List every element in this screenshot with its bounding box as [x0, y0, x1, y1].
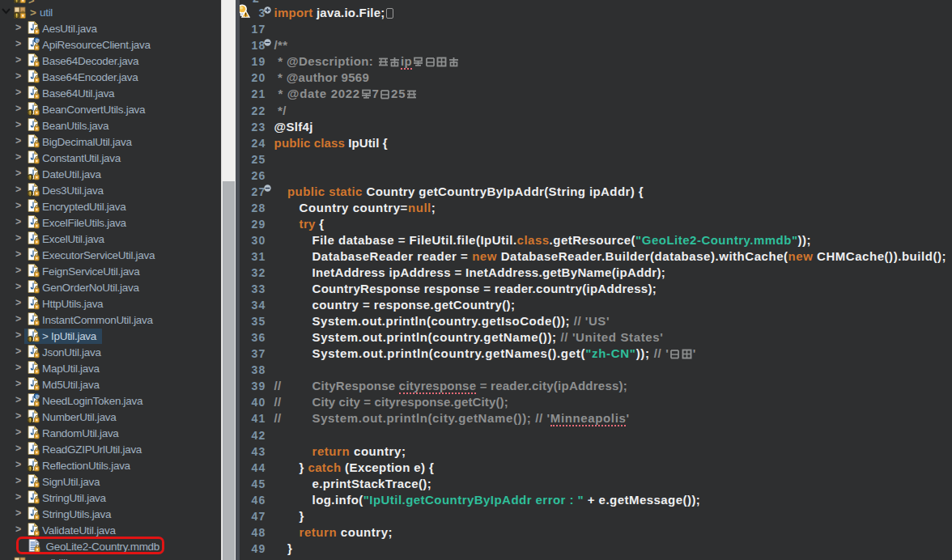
- svg-text:@: @: [35, 38, 40, 43]
- svg-text:@: @: [35, 394, 40, 399]
